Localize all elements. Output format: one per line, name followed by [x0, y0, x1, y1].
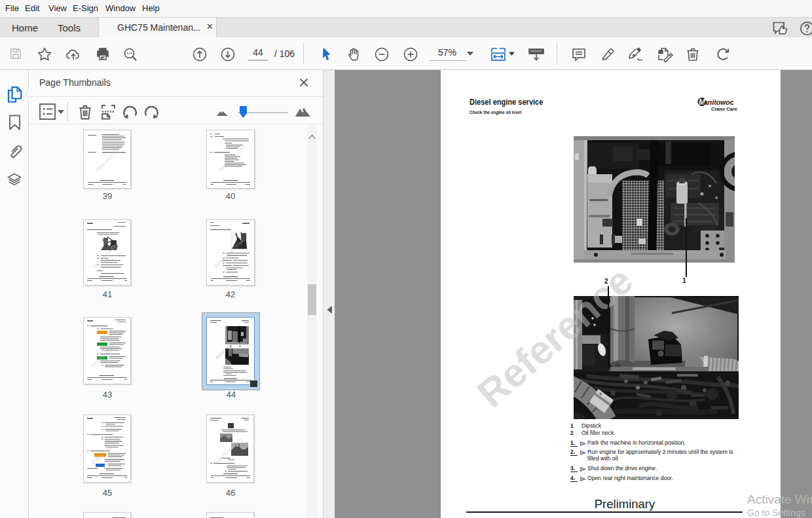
svg-text:Reference Only: Reference Only: [217, 143, 248, 174]
svg-text:Crane Care: Crane Care: [711, 106, 737, 112]
svg-text:anitowoc: anitowoc: [704, 98, 734, 106]
svg-text:Reference Only: Reference Only: [213, 240, 244, 270]
